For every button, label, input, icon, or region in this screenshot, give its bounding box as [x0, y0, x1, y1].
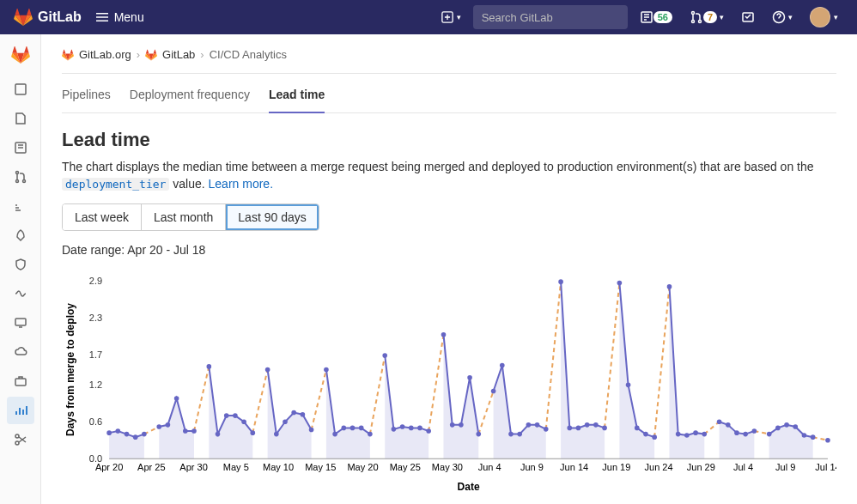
- help-icon: [772, 10, 786, 24]
- svg-point-124: [775, 426, 781, 431]
- svg-text:Jul 14: Jul 14: [815, 462, 836, 472]
- tab-pipelines[interactable]: Pipelines: [62, 76, 111, 113]
- svg-point-125: [784, 422, 789, 428]
- svg-point-84: [382, 353, 387, 358]
- hamburger-icon: [95, 10, 109, 24]
- svg-text:Jun 9: Jun 9: [520, 462, 544, 472]
- svg-point-62: [166, 422, 171, 428]
- seg-last-90-days[interactable]: Last 90 days: [226, 204, 318, 230]
- svg-point-59: [133, 434, 138, 440]
- merge-requests-link[interactable]: 7 ▾: [684, 5, 729, 29]
- svg-point-123: [767, 432, 772, 437]
- svg-point-103: [567, 426, 572, 431]
- brand[interactable]: GitLab: [14, 8, 82, 27]
- sidebar-monitor[interactable]: [7, 280, 34, 307]
- svg-point-100: [535, 422, 540, 428]
- date-range-segment: Last week Last month Last 90 days: [62, 203, 319, 231]
- merge-icon: [690, 10, 703, 24]
- sidebar-merge-requests[interactable]: [7, 163, 34, 191]
- svg-point-67: [216, 432, 221, 437]
- tab-lead-time[interactable]: Lead time: [269, 76, 325, 113]
- analytics-icon: [14, 404, 27, 417]
- new-dropdown[interactable]: ▾: [436, 5, 466, 29]
- svg-point-16: [15, 441, 19, 445]
- svg-text:Date: Date: [458, 481, 480, 493]
- svg-point-82: [359, 426, 364, 431]
- svg-text:Apr 20: Apr 20: [95, 462, 123, 472]
- menu-button[interactable]: Menu: [88, 7, 151, 27]
- svg-text:May 20: May 20: [347, 462, 378, 472]
- project-avatar[interactable]: [7, 41, 34, 69]
- sidebar-analytics[interactable]: [7, 397, 34, 424]
- search-field[interactable]: [482, 11, 626, 24]
- sidebar-repository[interactable]: [7, 105, 34, 132]
- svg-point-127: [802, 433, 807, 438]
- svg-line-52: [654, 287, 669, 437]
- page-description: The chart displays the median time betwe…: [62, 158, 836, 193]
- svg-point-57: [116, 428, 121, 434]
- svg-point-86: [400, 424, 405, 429]
- sidebar-snippets[interactable]: [7, 426, 34, 453]
- svg-point-116: [693, 430, 698, 435]
- doc-icon: [14, 112, 27, 125]
- breadcrumb-org[interactable]: GitLab.org: [79, 48, 131, 61]
- svg-point-93: [467, 375, 472, 380]
- home-icon: [14, 82, 27, 96]
- seg-last-week[interactable]: Last week: [63, 204, 142, 230]
- svg-point-70: [241, 420, 246, 425]
- rocket2-icon: [14, 228, 27, 242]
- svg-line-44: [194, 367, 209, 431]
- tab-deployment-frequency[interactable]: Deployment frequency: [130, 76, 250, 113]
- svg-point-68: [224, 413, 229, 418]
- seg-last-month[interactable]: Last month: [142, 204, 226, 230]
- svg-text:2.9: 2.9: [89, 276, 102, 286]
- svg-point-129: [825, 438, 830, 443]
- sidebar-ci-cd[interactable]: [7, 192, 34, 220]
- sidebar-security[interactable]: [7, 251, 34, 278]
- sidebar-issues[interactable]: [7, 134, 34, 161]
- learn-more-link[interactable]: Learn more.: [209, 177, 273, 191]
- svg-point-11: [15, 180, 18, 183]
- svg-point-95: [491, 389, 496, 394]
- menu-label: Menu: [114, 10, 144, 24]
- svg-text:Jul 4: Jul 4: [733, 462, 753, 472]
- sidebar-project-info[interactable]: [7, 76, 34, 103]
- search-input[interactable]: [473, 5, 628, 29]
- svg-point-92: [459, 422, 464, 428]
- svg-text:May 25: May 25: [390, 462, 421, 472]
- date-range-label: Date range: Apr 20 - Jul 18: [62, 243, 836, 257]
- briefcase-icon: [14, 374, 27, 388]
- svg-point-66: [207, 364, 212, 369]
- svg-point-99: [526, 422, 532, 428]
- plus-square-icon: [441, 11, 453, 23]
- svg-point-88: [417, 426, 422, 431]
- svg-point-113: [667, 284, 672, 289]
- svg-line-45: [252, 370, 267, 434]
- svg-text:Jul 9: Jul 9: [775, 462, 795, 472]
- svg-line-47: [370, 355, 385, 434]
- svg-point-15: [15, 434, 19, 438]
- help-link[interactable]: ▾: [767, 5, 798, 29]
- svg-point-74: [283, 420, 288, 425]
- sidebar-packages[interactable]: [7, 338, 34, 366]
- user-menu[interactable]: ▾: [805, 5, 843, 29]
- code-tier: deployment_tier: [62, 178, 169, 191]
- merge-icon: [14, 170, 27, 184]
- gitlab-logo-icon: [62, 49, 74, 61]
- svg-point-79: [332, 432, 337, 437]
- svg-point-75: [291, 410, 296, 416]
- todos-link[interactable]: [736, 5, 760, 29]
- svg-point-108: [617, 281, 623, 286]
- issues-link[interactable]: 56: [635, 5, 678, 29]
- svg-point-104: [576, 426, 581, 431]
- svg-point-81: [350, 426, 356, 431]
- breadcrumb-project[interactable]: GitLab: [162, 48, 195, 61]
- sidebar-deployments[interactable]: [7, 222, 34, 249]
- svg-text:1.2: 1.2: [89, 380, 102, 390]
- gitlab-logo-icon: [145, 49, 157, 61]
- avatar: [810, 7, 830, 27]
- svg-point-12: [22, 180, 25, 183]
- svg-point-110: [635, 426, 640, 431]
- sidebar-briefcase[interactable]: [7, 367, 34, 395]
- sidebar-infrastructure[interactable]: [7, 309, 34, 337]
